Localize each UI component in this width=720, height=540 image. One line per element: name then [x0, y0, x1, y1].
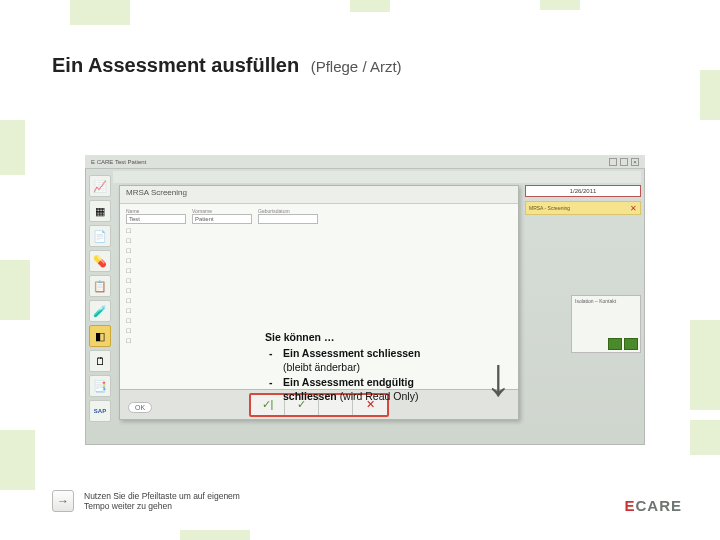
maximize-icon[interactable]	[620, 158, 628, 166]
title-subtitle: (Pflege / Arzt)	[311, 58, 402, 75]
toolbar-btn-5[interactable]: 📋	[89, 275, 111, 297]
callout-item1-note: (bleibt änderbar)	[283, 361, 360, 373]
callout-lead: Sie können …	[265, 330, 490, 344]
window-controls: ×	[609, 158, 639, 166]
question-row[interactable]	[126, 316, 512, 326]
toolbar-btn-3[interactable]: 📄	[89, 225, 111, 247]
toolbar-btn-7[interactable]: ◧	[89, 325, 111, 347]
side-panel: 1/26/2011 MRSA - Screening ✕	[525, 185, 641, 255]
callout-item2-note: (wird Read Only)	[340, 390, 419, 402]
input-birth[interactable]	[258, 214, 318, 224]
brand-logo: ECARE	[624, 497, 682, 514]
field-birth: Geburtsdatum	[258, 208, 318, 224]
date-field[interactable]: 1/26/2011	[525, 185, 641, 197]
toolbar-btn-4[interactable]: 💊	[89, 250, 111, 272]
toolbar-btn-1[interactable]: 📈	[89, 175, 111, 197]
side-peek-row	[572, 336, 640, 352]
grid-icon: ▦	[95, 206, 105, 217]
left-toolbar: 📈 ▦ 📄 💊 📋 🧪 ◧ 🗒 📑 SAP	[89, 175, 113, 422]
question-row[interactable]	[126, 286, 512, 296]
field-name: Name Test	[126, 208, 186, 224]
lab-icon: 🧪	[93, 306, 107, 317]
arrow-right-key-icon: →	[52, 490, 74, 512]
callout-item2b: schliessen	[283, 390, 337, 402]
alert-strip[interactable]: MRSA - Screening ✕	[525, 201, 641, 215]
toolbar-btn-sap[interactable]: SAP	[89, 400, 111, 422]
question-row[interactable]	[126, 296, 512, 306]
callout-item-1: - Ein Assessment schliessen (bleibt ände…	[269, 346, 490, 374]
toolbar-btn-9[interactable]: 📑	[89, 375, 111, 397]
question-row[interactable]	[126, 236, 512, 246]
title-text: Ein Assessment ausfüllen	[52, 54, 299, 76]
explainer-callout: Sie können … - Ein Assessment schliessen…	[265, 330, 490, 403]
field-firstname: Vorname Patient	[192, 208, 252, 224]
question-row[interactable]	[126, 276, 512, 286]
panel-title: MRSA Screening	[120, 186, 518, 204]
slide-title: Ein Assessment ausfüllen (Pflege / Arzt)	[52, 54, 402, 77]
question-row[interactable]	[126, 246, 512, 256]
side-peek: Isolation – Kontakt	[571, 295, 641, 353]
confirm-tile-icon[interactable]	[624, 338, 638, 350]
close-icon[interactable]: ×	[631, 158, 639, 166]
hint-text: Nutzen Sie die Pfeiltaste um auf eigenem…	[84, 491, 254, 511]
side-peek-header: Isolation – Kontakt	[572, 296, 640, 306]
panel-fields: Name Test Vorname Patient Geburtsdatum	[120, 204, 518, 228]
alert-text: MRSA - Screening	[529, 205, 570, 211]
toolbar-btn-6[interactable]: 🧪	[89, 300, 111, 322]
question-row[interactable]	[126, 266, 512, 276]
toolbar-btn-8[interactable]: 🗒	[89, 350, 111, 372]
callout-item-2: - Ein Assessment endgültig schliessen (w…	[269, 375, 490, 403]
input-firstname[interactable]: Patient	[192, 214, 252, 224]
doc-icon: 📄	[93, 231, 107, 242]
confirm-tile-icon[interactable]	[608, 338, 622, 350]
titlebar-left: E CARE Test Patient	[91, 159, 146, 165]
app-ribbon	[113, 171, 641, 183]
alert-close-icon[interactable]: ✕	[630, 204, 637, 213]
ok-indicator: OK	[128, 402, 152, 413]
nav-hint: → Nutzen Sie die Pfeiltaste um auf eigen…	[52, 490, 254, 512]
question-row[interactable]	[126, 256, 512, 266]
square-icon: ◧	[95, 331, 105, 342]
minimize-icon[interactable]	[609, 158, 617, 166]
callout-item1-title: Ein Assessment schliessen	[283, 347, 420, 359]
clip-icon: 📋	[93, 281, 107, 292]
input-name[interactable]: Test	[126, 214, 186, 224]
pill-icon: 💊	[93, 256, 107, 267]
graph-icon: 📈	[93, 181, 107, 192]
question-row[interactable]	[126, 306, 512, 316]
down-arrow-icon: ↓	[485, 345, 512, 407]
callout-item2a: Ein Assessment endgültig	[283, 376, 414, 388]
note-icon: 🗒	[95, 356, 106, 367]
brand-rest: CARE	[635, 497, 682, 514]
doc2-icon: 📑	[93, 381, 107, 392]
brand-e: E	[624, 497, 635, 514]
question-row[interactable]	[126, 226, 512, 236]
app-titlebar: E CARE Test Patient ×	[85, 155, 645, 169]
app-screenshot: E CARE Test Patient × 📈 ▦ 📄 💊 📋 🧪 ◧ 🗒 📑 …	[85, 155, 645, 445]
toolbar-btn-2[interactable]: ▦	[89, 200, 111, 222]
